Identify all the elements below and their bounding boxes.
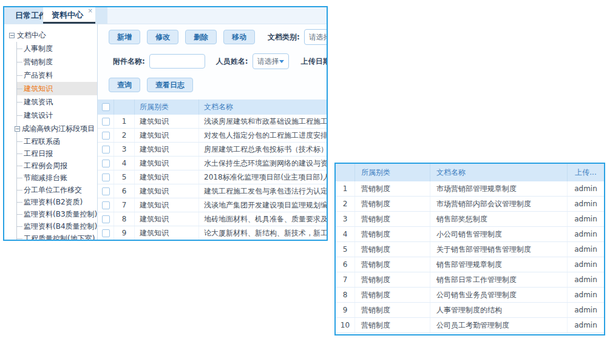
document-center-panel: 日常工作 资料中心 × −文档中心 人事制度 营销制度 产品资料 建筑知识 建筑… — [3, 6, 328, 241]
row-checkbox[interactable] — [102, 118, 110, 126]
query-button[interactable]: 查询 — [109, 78, 140, 92]
row-checkbox[interactable] — [102, 187, 110, 195]
tree-root-label: 文档中心 — [17, 31, 46, 39]
tree-item-construction-knowledge[interactable]: 建筑知识 — [17, 82, 97, 95]
delete-button[interactable]: 删除 — [185, 30, 217, 44]
doc-category-select[interactable]: 请选择 — [304, 29, 327, 45]
cell-doc-name: 水土保持生态环境监测网络的建设与资... — [199, 157, 327, 170]
table-row[interactable]: 3 建筑知识 房屋建筑工程总承包投标书（技术标）... — [98, 143, 327, 157]
cell-doc-name: 人事管理制度的结构 — [430, 303, 568, 317]
toolbar-row-query: 查询 查看日志 — [109, 78, 327, 92]
marketing-policy-table-panel: 所属别类 文档名称 上传... 1 营销制度 市场营销部管理规章制度 admin… — [334, 163, 605, 335]
header-cell-category: 所属别类 — [135, 99, 199, 115]
table-row[interactable]: 2 营销制度 市场营销部内部会议管理制度 admin — [336, 197, 604, 212]
table-row[interactable]: 5 营销制度 关于销售部管理销售管理制度 admin — [336, 242, 604, 257]
table-row[interactable]: 5 建筑知识 2018标准化监理项目部(业主项目部)人员... — [98, 170, 327, 184]
tree-item-personnel-policy[interactable]: 人事制度 — [17, 42, 97, 55]
cell-category: 建筑知识 — [135, 226, 199, 240]
tree-item-energy-saving-ledger[interactable]: 节能减排台账 — [17, 172, 97, 184]
row-checkbox[interactable] — [102, 174, 110, 181]
tree-item-unit-work-transfer[interactable]: 分工单位工作移交 — [17, 184, 97, 196]
table-row[interactable]: 4 建筑知识 水土保持生态环境监测网络的建设与资... — [98, 157, 327, 170]
table-row[interactable]: 7 建筑知识 浅谈地产集团开发建设项目监理规划编... — [98, 198, 327, 212]
header-cell-checkbox — [98, 99, 114, 115]
table-row[interactable]: 1 营销制度 市场营销部管理规章制度 admin — [336, 181, 604, 197]
table-header-row: 所属别类 文档名称 — [98, 99, 327, 115]
tree-item-quality-control-basement[interactable]: 工程质量控制(地下室) — [17, 232, 97, 240]
close-icon[interactable]: × — [88, 8, 93, 14]
tree-item-product-data[interactable]: 产品资料 — [17, 69, 97, 82]
tree-item-project-contact-letter[interactable]: 工程联系函 — [17, 135, 97, 147]
row-checkbox[interactable] — [102, 229, 110, 237]
tree-item-weekly-meeting-report[interactable]: 工程例会周报 — [17, 160, 97, 172]
collapse-icon[interactable]: − — [9, 33, 15, 38]
header-cell-doc-name: 文档名称 — [199, 99, 327, 115]
row-checkbox[interactable] — [102, 215, 110, 223]
cell-doc-name: 论大厦新材料、新结构、新技术，新工... — [199, 226, 327, 240]
row-checkbox[interactable] — [102, 146, 110, 153]
cell-index: 7 — [336, 272, 355, 287]
edit-button[interactable]: 修改 — [147, 30, 178, 44]
table-row[interactable]: 1 建筑知识 浅谈房屋建筑和市政基础设施工程施工... — [98, 115, 327, 129]
attachment-name-input[interactable] — [149, 54, 205, 69]
cell-category: 建筑知识 — [135, 115, 199, 128]
row-checkbox[interactable] — [102, 160, 110, 167]
tree-item-label: 营销制度 — [24, 58, 53, 66]
header-cell-index — [336, 164, 355, 181]
cell-checkbox — [98, 157, 114, 170]
tab-data-center[interactable]: 资料中心 × — [43, 7, 95, 24]
header-cell-uploader: 上传... — [568, 164, 604, 181]
document-table: 所属别类 文档名称 1 建筑知识 浅谈房屋建筑和市政基础设施工程施工... 2 … — [98, 99, 327, 240]
move-button[interactable]: 移动 — [223, 30, 255, 44]
cell-doc-name: 公司员工考勤管理制度 — [430, 318, 568, 332]
table-row[interactable]: 6 营销制度 销售部管理规章制度 admin — [336, 257, 604, 272]
cell-doc-name: 关于销售部管理销售管理制度 — [430, 242, 568, 257]
row-checkbox[interactable] — [102, 201, 110, 209]
select-all-checkbox[interactable] — [102, 103, 110, 111]
tree-item-label: 监理资料(B4质量控制) — [24, 222, 97, 231]
cell-doc-name: 小公司销售管理制度 — [430, 227, 568, 241]
table-row[interactable]: 8 建筑知识 地砖地面材料、机具准备、质量要求及... — [98, 212, 327, 226]
cell-index: 1 — [336, 181, 355, 196]
tree-item-supervision-b4[interactable]: 监理资料(B4质量控制) — [17, 220, 97, 232]
tree-subroot-railway-project[interactable]: −成渝高铁内江标段项目 — [17, 122, 97, 135]
collapse-icon[interactable]: − — [15, 126, 20, 132]
tree-item-label: 工程联系函 — [24, 137, 60, 146]
tree-subroot-label: 成渝高铁内江标段项目 — [22, 124, 95, 133]
cell-category: 建筑知识 — [135, 157, 199, 170]
cell-category: 建筑知识 — [135, 170, 199, 184]
table-row[interactable]: 4 营销制度 小公司销售管理制度 admin — [336, 227, 604, 242]
person-name-select[interactable]: 请选择 — [253, 53, 289, 69]
tree-item-project-daily-report[interactable]: 工程日报 — [17, 147, 97, 160]
tree-item-marketing-policy[interactable]: 营销制度 — [17, 55, 97, 69]
cell-index: 8 — [114, 212, 135, 226]
cell-index: 8 — [336, 288, 355, 302]
doc-category-select-value: 请选择 — [309, 32, 327, 42]
table-row[interactable]: 2 建筑知识 对发包人指定分包的工程施工进度安排... — [98, 129, 327, 143]
cell-checkbox — [98, 170, 114, 184]
view-log-button[interactable]: 查看日志 — [147, 78, 193, 92]
tree-item-label: 产品资料 — [24, 71, 53, 79]
table-row[interactable]: 6 建筑知识 建筑工程施工发包与承包违法行为认定... — [98, 184, 327, 198]
add-button[interactable]: 新增 — [109, 30, 140, 44]
cell-doc-name: 市场营销部管理规章制度 — [430, 181, 568, 196]
table-row[interactable]: 8 营销制度 公司销售业务员管理制度 admin — [336, 288, 604, 303]
person-name-select-value: 请选择 — [257, 56, 279, 67]
tree-item-label: 监理资料(B3质量控制) — [24, 210, 97, 218]
tree-item-supervision-b2[interactable]: 监理资料(B2资质) — [17, 196, 97, 208]
tree-root-document-center[interactable]: −文档中心 — [9, 29, 97, 42]
table-row[interactable]: 9 营销制度 人事管理制度的结构 admin — [336, 303, 604, 318]
table-row[interactable]: 10 营销制度 公司员工考勤管理制度 admin — [336, 318, 604, 333]
table-row[interactable]: 3 营销制度 销售部奖惩制度 admin — [336, 212, 604, 227]
table-row[interactable]: 7 营销制度 销售部日常工作管理制度 admin — [336, 272, 604, 288]
cell-category: 营销制度 — [355, 272, 430, 287]
table-row[interactable]: 9 建筑知识 论大厦新材料、新结构、新技术，新工... — [98, 226, 327, 240]
tree-item-supervision-b3[interactable]: 监理资料(B3质量控制) — [17, 208, 97, 220]
tree-item-construction-design[interactable]: 建筑设计 — [17, 109, 97, 122]
row-checkbox[interactable] — [102, 132, 110, 140]
cell-uploader: admin — [568, 257, 604, 272]
cell-checkbox — [98, 115, 114, 128]
tree-item-construction-news[interactable]: 建筑资讯 — [17, 95, 97, 109]
header-cell-doc-name: 文档名称 — [430, 164, 568, 181]
cell-index: 2 — [114, 129, 135, 142]
